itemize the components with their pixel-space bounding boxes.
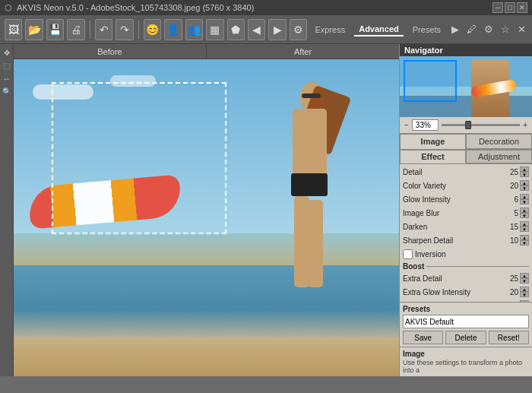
settings-icon[interactable]: ⚙ [290, 19, 307, 40]
gear-tab-icon[interactable]: ⚙ [483, 22, 495, 36]
presets-label: Presets [403, 305, 529, 313]
tab-decoration[interactable]: Decoration [466, 134, 532, 149]
texture-icon[interactable]: ▦ [206, 19, 223, 40]
glow-intensity-row: Glow Intensity 6 ▲ ▼ [403, 193, 529, 205]
zoom-in-button[interactable]: + [523, 121, 527, 129]
window-controls[interactable]: ─ □ ✕ [492, 2, 527, 13]
extra-glow-down[interactable]: ▼ [520, 292, 529, 297]
color-variety-up[interactable]: ▲ [520, 180, 529, 185]
glow-intensity-label: Glow Intensity [403, 195, 496, 204]
canvas-header: Before After [14, 44, 399, 59]
zoom-slider[interactable] [442, 124, 520, 126]
nav-viewport-rect[interactable] [404, 60, 457, 102]
boost-label: Boost [403, 262, 424, 271]
zoom-out-button[interactable]: − [404, 121, 409, 129]
image-blur-spinner[interactable]: ▲ ▼ [520, 208, 529, 218]
sharpen-detail-row: Sharpen Detail 10 ▲ ▼ [403, 234, 529, 246]
canvas-area: Before After [14, 44, 399, 376]
main-toolbar: 🖼 📂 💾 🖨 ↶ ↷ 😊 👤 👥 ▦ ⬟ ◀ ▶ ⚙ Express Adva… [0, 15, 532, 44]
sand-layer [14, 338, 399, 376]
tab-express[interactable]: Express [310, 24, 350, 36]
inversion-checkbox[interactable] [403, 249, 413, 259]
detail-up[interactable]: ▲ [520, 166, 529, 172]
image-background [14, 59, 399, 376]
extra-detail-label: Extra Detail [403, 274, 496, 283]
person-icon[interactable]: 👤 [164, 19, 182, 40]
extra-glow-spinner[interactable]: ▲ ▼ [520, 287, 529, 297]
face-icon[interactable]: 😊 [144, 19, 161, 40]
play-button[interactable]: ▶ [450, 22, 461, 36]
minimize-button[interactable]: ─ [492, 2, 503, 13]
new-button[interactable]: 🖼 [5, 19, 22, 40]
boost-section-header: Boost [403, 262, 529, 271]
extra-detail-up[interactable]: ▲ [520, 273, 529, 278]
before-label: Before [14, 44, 207, 59]
tab-advanced[interactable]: Advanced [354, 23, 404, 36]
arrow-right-icon[interactable]: ▶ [268, 19, 286, 40]
presets-reset-button[interactable]: Reset! [489, 331, 529, 344]
presets-dropdown-container: AKVIS Default [403, 315, 529, 331]
brush-icon[interactable]: 🖊 [465, 22, 478, 36]
sharpen-detail-down[interactable]: ▼ [520, 240, 529, 246]
zoom-slider-thumb[interactable] [465, 121, 471, 129]
image-blur-label: Image Blur [403, 209, 496, 217]
separator-1 [90, 21, 90, 39]
image-info-section: Image Use these settings to transform a … [400, 347, 532, 376]
select-tool[interactable]: ⬚ [2, 60, 12, 71]
darken-down[interactable]: ▼ [520, 227, 529, 232]
sharpen-detail-label: Sharpen Detail [403, 236, 496, 245]
open-button[interactable]: 📂 [25, 19, 43, 40]
zoom-value[interactable]: 33% [412, 119, 439, 131]
presets-delete-button[interactable]: Delete [445, 331, 486, 344]
close-button[interactable]: ✕ [517, 2, 527, 13]
presets-dropdown[interactable]: AKVIS Default [403, 315, 529, 328]
color-variety-down[interactable]: ▼ [520, 185, 529, 191]
darken-up[interactable]: ▲ [520, 221, 529, 227]
image-info-text: Use these settings to transform a photo … [403, 359, 529, 374]
transform-tool[interactable]: ↔ [2, 73, 12, 84]
extra-glow-up[interactable]: ▲ [520, 287, 529, 292]
image-blur-up[interactable]: ▲ [520, 208, 529, 213]
close-tab-icon[interactable]: ✕ [516, 22, 527, 36]
glow-intensity-up[interactable]: ▲ [520, 194, 529, 199]
undo-button[interactable]: ↶ [95, 19, 112, 40]
glow-intensity-down[interactable]: ▼ [520, 199, 529, 204]
tab-presets[interactable]: Presets [408, 24, 445, 36]
detail-value: 25 [496, 168, 518, 176]
group-icon[interactable]: 👥 [185, 19, 203, 40]
image-blur-down[interactable]: ▼ [520, 213, 529, 218]
star-icon[interactable]: ☆ [499, 22, 511, 36]
detail-down[interactable]: ▼ [520, 172, 529, 177]
presets-save-button[interactable]: Save [403, 331, 443, 344]
glow-intensity-spinner[interactable]: ▲ ▼ [520, 194, 529, 204]
move-tool[interactable]: ✥ [2, 47, 12, 58]
print-button[interactable]: 🖨 [67, 19, 84, 40]
arrow-left-icon[interactable]: ◀ [248, 19, 265, 40]
sharpen-detail-up[interactable]: ▲ [520, 235, 529, 240]
sharpen-detail-spinner[interactable]: ▲ ▼ [520, 235, 529, 246]
extra-detail-spinner[interactable]: ▲ ▼ [520, 273, 529, 284]
surfer-leg-left [294, 196, 309, 287]
navigator-thumbnail[interactable] [400, 56, 532, 117]
shape-icon[interactable]: ⬟ [227, 19, 245, 40]
save-button[interactable]: 💾 [46, 19, 64, 40]
image-canvas[interactable] [14, 59, 399, 376]
detail-row: Detail 25 ▲ ▼ [403, 166, 529, 178]
cloud-2 [110, 75, 156, 87]
sub-tab-adjustment[interactable]: Adjustment [466, 150, 532, 163]
maximize-button[interactable]: □ [505, 2, 515, 13]
extra-glow-value: 20 [496, 288, 518, 296]
title-bar-left: ⬡ AKVIS Neon v.5.0 - AdobeStock_10574330… [5, 3, 254, 13]
tab-image[interactable]: Image [400, 134, 466, 149]
sub-tab-effect[interactable]: Effect [400, 150, 466, 163]
darken-label: Darken [403, 223, 496, 231]
zoom-tool[interactable]: 🔍 [2, 86, 12, 97]
after-label: After [207, 44, 399, 59]
extra-detail-down[interactable]: ▼ [520, 278, 529, 284]
color-variety-spinner[interactable]: ▲ ▼ [520, 180, 529, 191]
app-logo: ⬡ [5, 3, 12, 13]
main-area: ✥ ⬚ ↔ 🔍 Before After [0, 44, 532, 376]
detail-spinner[interactable]: ▲ ▼ [520, 166, 529, 177]
redo-button[interactable]: ↷ [116, 19, 133, 40]
darken-spinner[interactable]: ▲ ▼ [520, 221, 529, 232]
